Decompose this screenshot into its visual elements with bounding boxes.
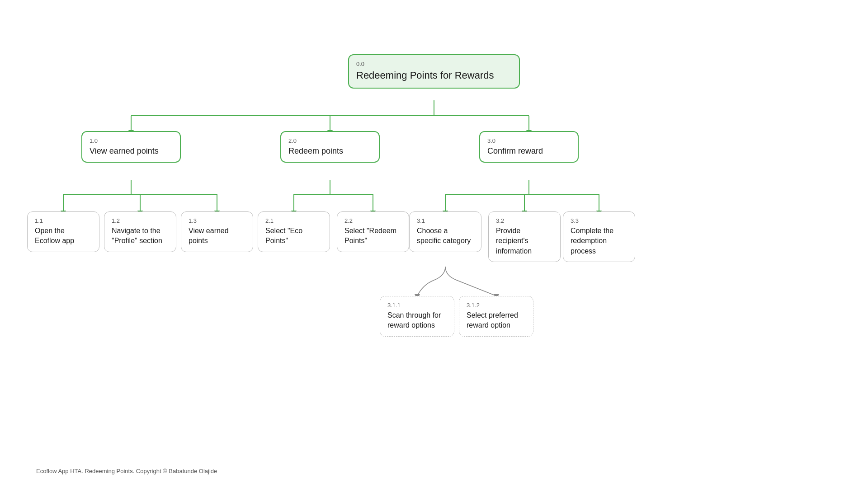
node-3-2: 3.2 Provide recipient's information [488, 211, 561, 262]
node-1-2-id: 1.2 [112, 217, 169, 224]
node-1-1-title: Open the Ecoflow app [35, 226, 92, 246]
node-3-1-title: Choose a specific category [417, 226, 474, 246]
node-1-2-title: Navigate to the "Profile" section [112, 226, 169, 246]
node-1-1-id: 1.1 [35, 217, 92, 224]
node-root: 0.0 Redeeming Points for Rewards [348, 54, 520, 89]
node-3-1-2: 3.1.2 Select preferred reward option [459, 296, 533, 337]
node-2-1: 2.1 Select "Eco Points" [258, 211, 330, 252]
node-1-3: 1.3 View earned points [181, 211, 253, 252]
node-1-2: 1.2 Navigate to the "Profile" section [104, 211, 176, 252]
root-id: 0.0 [356, 61, 512, 67]
node-3-2-id: 3.2 [496, 217, 553, 224]
node-3-3-id: 3.3 [571, 217, 627, 224]
root-title: Redeeming Points for Rewards [356, 69, 512, 82]
node-3-1-id: 3.1 [417, 217, 474, 224]
node-3-1-2-title: Select preferred reward option [467, 310, 526, 331]
node-1-0-title: View earned points [90, 146, 173, 156]
node-3-1: 3.1 Choose a specific category [409, 211, 481, 252]
node-3-0-id: 3.0 [487, 137, 571, 144]
node-3-1-1-title: Scan through for reward options [387, 310, 447, 331]
node-3-2-title: Provide recipient's information [496, 226, 553, 256]
node-3-1-2-id: 3.1.2 [467, 302, 526, 309]
node-1-0: 1.0 View earned points [81, 131, 181, 163]
diagram-container: 0.0 Redeeming Points for Rewards 1.0 Vie… [0, 0, 868, 488]
footer-text: Ecoflow App HTA. Redeeming Points. Copyr… [36, 468, 217, 474]
node-3-1-1: 3.1.1 Scan through for reward options [380, 296, 454, 337]
node-2-2: 2.2 Select "Redeem Points" [337, 211, 409, 252]
node-2-1-title: Select "Eco Points" [265, 226, 322, 246]
node-1-1: 1.1 Open the Ecoflow app [27, 211, 99, 252]
node-2-0: 2.0 Redeem points [280, 131, 380, 163]
node-3-3: 3.3 Complete the redemption process [563, 211, 635, 262]
node-2-0-title: Redeem points [288, 146, 372, 156]
node-3-1-1-id: 3.1.1 [387, 302, 447, 309]
node-3-0-title: Confirm reward [487, 146, 571, 156]
node-2-2-id: 2.2 [344, 217, 401, 224]
node-3-0: 3.0 Confirm reward [479, 131, 579, 163]
node-1-3-title: View earned points [189, 226, 245, 246]
node-2-1-id: 2.1 [265, 217, 322, 224]
node-3-3-title: Complete the redemption process [571, 226, 627, 256]
node-2-0-id: 2.0 [288, 137, 372, 144]
node-1-0-id: 1.0 [90, 137, 173, 144]
node-1-3-id: 1.3 [189, 217, 245, 224]
node-2-2-title: Select "Redeem Points" [344, 226, 401, 246]
